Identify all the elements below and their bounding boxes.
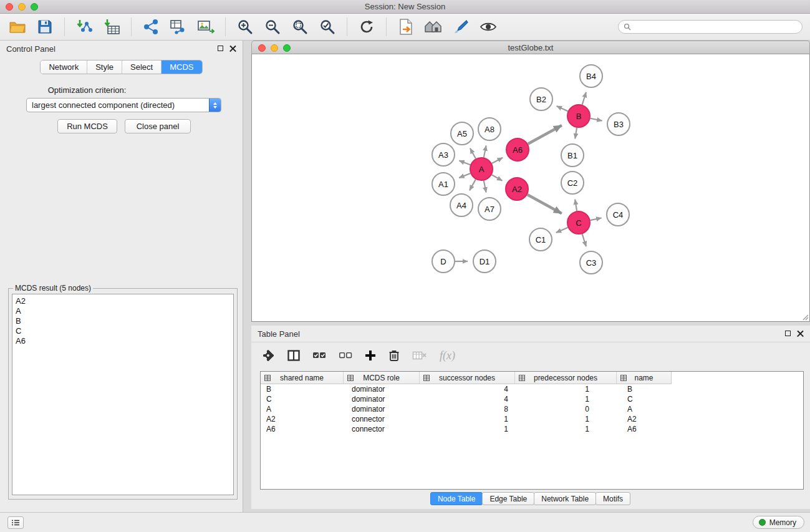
graph-node-A2[interactable]: A2 — [506, 178, 528, 200]
graph-node-D[interactable]: D — [432, 250, 455, 273]
network-share-icon — [143, 19, 159, 35]
control-panel-tab-network[interactable]: Network — [41, 60, 87, 74]
column-header-predecessor-nodes[interactable]: predecessor nodes — [515, 372, 617, 384]
column-sort-icon — [620, 375, 627, 381]
zoom-fit-button[interactable] — [289, 16, 311, 37]
graph-edge-B-B3[interactable] — [591, 118, 602, 121]
memory-button[interactable]: Memory — [753, 516, 804, 529]
graph-edge-C-C4[interactable] — [591, 218, 602, 220]
table-tab-network-table[interactable]: Network Table — [534, 492, 596, 505]
show-hide-button[interactable] — [477, 16, 499, 37]
criterion-dropdown[interactable]: largest connected component (directed) — [26, 98, 221, 112]
style-brush-button[interactable] — [450, 16, 472, 37]
table-row[interactable]: Adominator80A — [261, 404, 803, 414]
graph-edge-A-A3[interactable] — [459, 161, 470, 165]
zoom-out-button[interactable] — [261, 16, 284, 37]
graph-edge-A-A1[interactable] — [459, 173, 470, 178]
graph-edge-A-A2[interactable] — [492, 175, 503, 180]
table-row[interactable]: Cdominator41C — [261, 394, 803, 404]
graph-node-B3[interactable]: B3 — [607, 113, 630, 135]
graph-node-B2[interactable]: B2 — [530, 88, 552, 110]
table-tab-motifs[interactable]: Motifs — [595, 492, 630, 505]
save-session-button[interactable] — [34, 16, 56, 37]
add-column-button[interactable] — [365, 347, 376, 364]
graph-edge-B-B1[interactable] — [575, 128, 577, 139]
apply-layout-button[interactable] — [355, 16, 378, 37]
column-header-name[interactable]: name — [617, 372, 671, 384]
graph-node-A6[interactable]: A6 — [506, 138, 529, 161]
node-table[interactable]: shared nameMCDS rolesuccessor nodesprede… — [260, 371, 804, 490]
close-panel-button[interactable]: Close panel — [125, 119, 191, 133]
column-header-shared-name[interactable]: shared name — [261, 372, 344, 384]
graph-edge-A-A4[interactable] — [470, 180, 476, 191]
graph-edge-C-C1[interactable] — [556, 228, 568, 233]
table-settings-button[interactable] — [261, 347, 275, 364]
graph-node-A5[interactable]: A5 — [451, 122, 473, 145]
graph-node-A3[interactable]: A3 — [432, 143, 455, 166]
graph-node-A1[interactable]: A1 — [432, 173, 455, 195]
table-tab-node-table[interactable]: Node Table — [430, 492, 483, 505]
network-table-button[interactable] — [167, 16, 190, 37]
search-field[interactable] — [618, 20, 803, 34]
control-panel-tab-select[interactable]: Select — [122, 60, 162, 74]
control-panel-tab-mcds[interactable]: MCDS — [162, 60, 201, 74]
graph-node-B4[interactable]: B4 — [580, 65, 602, 87]
show-columns-button[interactable] — [287, 347, 300, 364]
graph-node-C2[interactable]: C2 — [561, 172, 584, 194]
network-window-titlebar[interactable]: testGlobe.txt — [251, 41, 810, 54]
network-canvas[interactable]: B4B2BB3A5A8A6B1A3AC2A1A2A4A7C4CC1C3DD1 — [251, 54, 810, 322]
new-network-button[interactable] — [140, 16, 162, 37]
zoom-selected-button[interactable] — [316, 16, 339, 37]
graph-node-C4[interactable]: C4 — [607, 203, 629, 226]
float-panel-icon[interactable] — [218, 46, 223, 51]
zoom-in-button[interactable] — [234, 16, 256, 37]
search-input[interactable] — [635, 22, 797, 31]
select-all-button[interactable] — [312, 347, 326, 364]
resize-grip-icon[interactable] — [801, 313, 809, 321]
mcds-result-list[interactable]: A2ABCA6 — [12, 294, 234, 495]
graph-edge-A-A5[interactable] — [470, 148, 476, 159]
table-tab-edge-table[interactable]: Edge Table — [482, 492, 534, 505]
graph-node-A[interactable]: A — [470, 158, 493, 180]
table-row[interactable]: A6connector11A6 — [261, 424, 803, 434]
column-header-MCDS-role[interactable]: MCDS role — [344, 372, 420, 384]
home-button[interactable] — [422, 16, 445, 37]
graph-edge-B-B4[interactable] — [582, 92, 586, 105]
table-row[interactable]: Bdominator41B — [261, 384, 803, 394]
graph-node-A8[interactable]: A8 — [478, 118, 501, 140]
graph-node-A4[interactable]: A4 — [450, 194, 473, 216]
open-session-button[interactable] — [6, 16, 29, 37]
close-table-panel-icon[interactable] — [797, 330, 804, 337]
graph-node-C[interactable]: C — [567, 211, 590, 234]
export-image-button[interactable] — [195, 16, 217, 37]
close-panel-icon[interactable] — [229, 45, 236, 52]
graph-node-A7[interactable]: A7 — [478, 198, 501, 220]
import-network-button[interactable] — [73, 16, 95, 37]
graph-node-D1[interactable]: D1 — [473, 250, 496, 273]
graph-edge-A-A6[interactable] — [492, 158, 503, 163]
deselect-all-button[interactable] — [339, 347, 352, 364]
graph-edge-A6-B[interactable] — [528, 125, 562, 144]
export-document-button[interactable] — [395, 16, 417, 37]
task-history-button[interactable] — [7, 516, 24, 529]
graph-edge-C-C3[interactable] — [582, 234, 586, 246]
graph-edge-C-C2[interactable] — [575, 200, 577, 211]
mcds-result-title: MCDS result (5 nodes) — [13, 284, 93, 293]
graph-edge-A2-C[interactable] — [528, 195, 562, 213]
table-row[interactable]: A2connector11A2 — [261, 414, 803, 424]
graph-node-B1[interactable]: B1 — [561, 144, 584, 167]
graph-node-C1[interactable]: C1 — [529, 228, 552, 251]
control-panel-tab-style[interactable]: Style — [87, 60, 122, 74]
column-header-successor-nodes[interactable]: successor nodes — [420, 372, 515, 384]
float-table-panel-icon[interactable] — [785, 331, 791, 336]
zoom-selected-icon — [319, 19, 335, 35]
graph-edge-A-A8[interactable] — [484, 145, 486, 157]
delete-column-button[interactable] — [388, 347, 400, 364]
import-table-button[interactable] — [100, 16, 123, 37]
graph-edge-A-A7[interactable] — [484, 181, 486, 193]
graph-node-B[interactable]: B — [567, 105, 590, 127]
run-mcds-button[interactable]: Run MCDS — [57, 119, 117, 133]
graph-edge-B-B2[interactable] — [557, 106, 568, 111]
graph-node-C3[interactable]: C3 — [580, 251, 602, 274]
network-graph[interactable]: B4B2BB3A5A8A6B1A3AC2A1A2A4A7C4CC1C3DD1 — [252, 54, 809, 321]
